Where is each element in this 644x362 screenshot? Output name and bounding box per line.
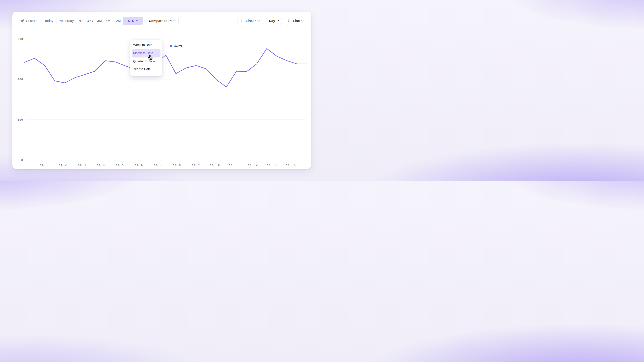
y-axis-label: 200 [18,78,23,81]
toolbar: CustomTodayYesterday7D30D3M6M12MXTD Comp… [12,17,311,25]
x-axis-label: Jan 4 [95,163,105,167]
legend-swatch-overall [170,45,172,47]
menu-item-month-to-date[interactable]: Month to Date [132,49,160,57]
axis-scale-icon [240,19,244,23]
date-range-option-label: 12M [114,19,121,23]
x-axis-label: Jan 10 [208,163,220,167]
x-axis-label: Jan 1 [38,163,48,167]
date-range-option-label: Today [44,19,53,23]
x-axis-label: Jan 5 [114,163,124,167]
date-range-option-label: 3M [97,19,102,23]
insight-card: 0100200300Jan 1Jan 2Jan 3Jan 4Jan 5Jan 6… [12,12,311,169]
date-range-option-label: Custom [26,19,38,23]
y-axis-label: 0 [21,159,23,162]
date-range-option-xtd[interactable]: XTD [122,17,143,25]
date-range-option-label: 7D [78,19,83,23]
line-chart-icon [288,19,291,23]
x-axis-label: Jan 14 [284,163,296,167]
date-range-segmented-control: CustomTodayYesterday7D30D3M6M12MXTD [17,17,143,25]
hand-pointer-cursor [148,54,154,62]
date-range-option-yesterday[interactable]: Yesterday [56,17,76,25]
x-axis-label: Jan 11 [227,163,239,167]
compare-to-past-button[interactable]: Compare to Past [146,17,178,25]
y-axis-label: 100 [18,118,23,121]
calendar-icon [21,19,24,23]
x-axis-label: Jan 8 [171,163,181,167]
x-axis-label: Jan 13 [265,163,277,167]
chevron-down-icon [258,20,260,22]
date-range-option-label: XTD [128,19,134,23]
chevron-down-icon [136,20,138,22]
legend-label: Overall [174,44,182,48]
x-axis-label: Jan 7 [152,163,162,167]
date-range-option-12m[interactable]: 12M [112,17,122,25]
chevron-down-icon [277,20,279,22]
chart-type-dropdown-button[interactable]: Line [285,17,306,25]
legend: Overall [170,44,182,48]
date-range-option-30d[interactable]: 30D [85,17,95,25]
date-range-option-7d[interactable]: 7D [76,17,85,25]
chart-type-dropdown-label: Line [293,19,300,23]
x-axis-label: Jan 6 [133,163,143,167]
date-range-option-label: 6M [106,19,110,23]
page: 0100200300Jan 1Jan 2Jan 3Jan 4Jan 5Jan 6… [0,0,322,181]
x-axis-label: Jan 2 [57,163,67,167]
date-range-option-6m[interactable]: 6M [104,17,112,25]
date-range-option-custom[interactable]: Custom [17,17,41,25]
x-axis-label: Jan 3 [76,163,86,167]
menu-item-year-to-date[interactable]: Year to Date [132,65,160,73]
y-axis-label: 300 [18,37,23,40]
menu-item-quarter-to-date[interactable]: Quarter to Date [132,57,160,65]
x-axis-label: Jan 12 [246,163,258,167]
scale-dropdown-button[interactable]: Linear [237,17,263,25]
x-axis-label: Jan 9 [190,163,200,167]
interval-dropdown-label: Day [269,19,275,23]
date-range-option-label: 30D [87,19,93,23]
menu-item-week-to-date[interactable]: Week to Date [132,41,160,49]
date-range-option-today[interactable]: Today [41,17,56,25]
date-range-option-3m[interactable]: 3M [95,17,104,25]
line-chart: 0100200300Jan 1Jan 2Jan 3Jan 4Jan 5Jan 6… [12,12,311,169]
date-range-dropdown-menu: Week to DateMonth to DateQuarter to Date… [130,39,162,76]
date-range-option-label: Yesterday [59,19,74,23]
interval-dropdown-button[interactable]: Day [266,17,282,25]
chevron-down-icon [301,20,304,22]
scale-dropdown-label: Linear [246,19,256,23]
